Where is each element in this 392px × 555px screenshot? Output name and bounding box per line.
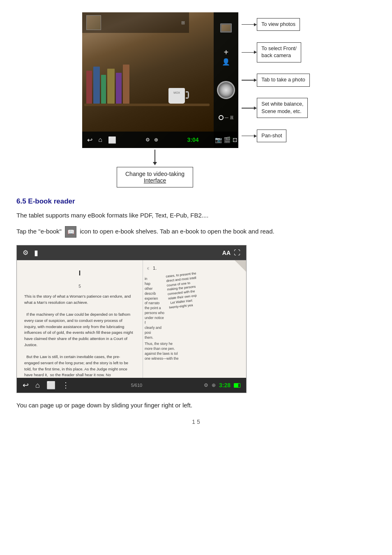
annotation-take-photo: Tab to take a photo <box>242 74 309 87</box>
instruction-part1: Tap the "e-book" <box>16 228 62 235</box>
annotation-view-photos: To view photos <box>242 18 309 31</box>
camera-screenshot: ⊞ <box>82 12 238 148</box>
view-photos-label: To view photos <box>257 18 300 31</box>
footer-instruction: You can page up or page down by sliding … <box>16 400 376 410</box>
white-balance-label: Set white balance,Scene mode, etc. <box>257 98 308 118</box>
camera-thumbnail <box>86 15 101 30</box>
camera-right-panel: + 👤 — 표 <box>214 12 238 132</box>
ebook-page-left: I 5 This is the story of what a Woman's … <box>17 260 143 378</box>
ebook-content: I 5 This is the story of what a Woman's … <box>17 260 246 378</box>
ebook-screenshot: ⚙ ▮ AA ⛶ I 5 This is the story of what a… <box>16 245 247 393</box>
recents-nav-icon[interactable]: ⬜ <box>46 381 55 390</box>
video-interface-label: Change to video-takingInterface <box>117 167 193 187</box>
menu-nav-icon[interactable]: ⋮ <box>62 381 69 390</box>
annotation-white-balance: Set white balance,Scene mode, etc. <box>242 98 309 118</box>
right-page-text: cases, to present the direct and most in… <box>166 266 246 310</box>
grid-icon: ⊞ <box>181 20 185 25</box>
instruction-text: Tap the "e-book" 📖 icon to open e-book s… <box>16 226 376 238</box>
ebook-bottom-bar: ↩ ⌂ ⬜ ⋮ 5/610 ⚙ ⊕ 3:28 <box>17 378 246 393</box>
annotation-select-camera: To select Front/back camera <box>242 42 309 62</box>
select-camera-label: To select Front/back camera <box>257 42 301 62</box>
ebook-page-right: € 1. cases, to present the direct and mo… <box>143 260 246 378</box>
ebook-status: ⚙ ⊕ 3:28 <box>204 382 240 388</box>
ebook-top-bar: ⚙ ▮ AA ⛶ <box>17 245 246 260</box>
instruction-part2: icon to open e-book shelves. Tab an e-bo… <box>80 228 274 235</box>
annotation-pan-shot: Pan-shot <box>242 130 309 143</box>
ebook-time: 3:28 <box>219 382 231 388</box>
wifi-icon: ⊕ <box>212 382 216 388</box>
right-bottom-text: Thus, the story he more than one pen. ag… <box>145 342 244 361</box>
shutter-button[interactable] <box>217 81 235 99</box>
page-number-footer: 1 5 <box>16 419 376 425</box>
pan-shot-label: Pan-shot <box>257 130 286 143</box>
ebook-nav: ↩ ⌂ ⬜ ⋮ <box>23 381 69 390</box>
back-nav-icon[interactable]: ↩ <box>23 381 29 390</box>
camera-scene: ⊞ <box>82 12 214 132</box>
ebook-body-text: This is the story of what a Woman's pati… <box>24 294 135 378</box>
home-nav-icon[interactable]: ⌂ <box>35 381 40 390</box>
chapter-number: I <box>24 268 135 278</box>
ebook-icon: 📖 <box>65 226 76 238</box>
font-size-icon: AA <box>222 250 231 256</box>
camera-time: 3:04 <box>187 136 199 143</box>
ebook-page-number: 5/610 <box>131 383 143 388</box>
battery-icon <box>234 383 240 388</box>
section-title: 6.5 E-book reader <box>16 197 376 206</box>
intro-text: The tablet supports many eBook formats l… <box>16 210 376 220</box>
section-65: 6.5 E-book reader The tablet supports ma… <box>16 197 376 410</box>
camera-annotations: To view photos To select Front/back came… <box>238 12 309 148</box>
fullscreen-icon: ⛶ <box>234 249 240 257</box>
right-left-column: in hap other describ experien of narrato… <box>145 277 165 340</box>
video-interface-section: Change to video-takingInterface <box>117 150 193 187</box>
take-photo-label: Tab to take a photo <box>257 74 309 87</box>
gear-status-icon: ⚙ <box>204 382 208 388</box>
